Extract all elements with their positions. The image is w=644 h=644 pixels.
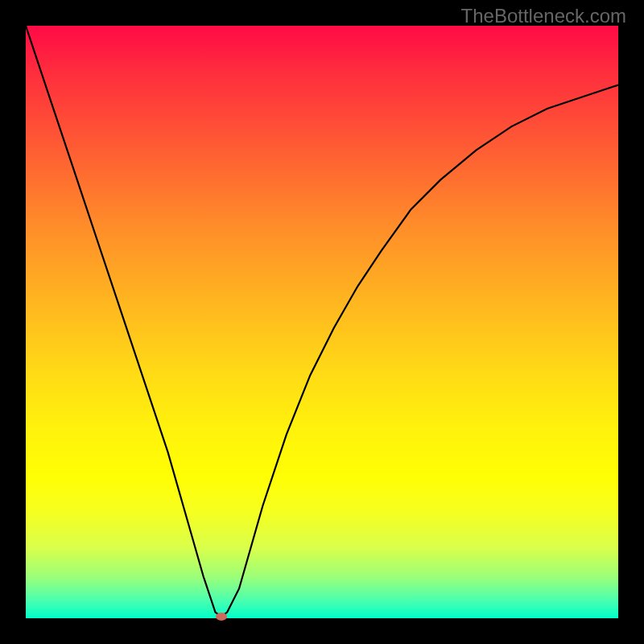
watermark-label: TheBottleneck.com bbox=[461, 5, 626, 27]
chart-curve bbox=[26, 26, 618, 618]
chart-plot-area bbox=[26, 26, 618, 618]
chart-min-marker bbox=[216, 613, 227, 621]
